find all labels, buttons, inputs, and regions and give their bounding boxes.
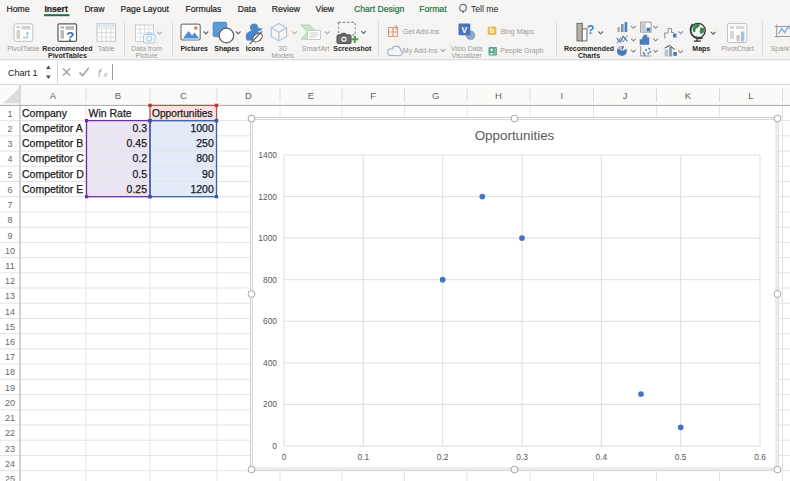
svg-text:16: 16 bbox=[5, 337, 15, 347]
svg-text:PivotTables: PivotTables bbox=[48, 52, 87, 59]
svg-text:22: 22 bbox=[5, 428, 15, 438]
svg-text:0.45: 0.45 bbox=[127, 137, 148, 149]
svg-text:11: 11 bbox=[5, 261, 14, 271]
svg-text:2: 2 bbox=[7, 124, 12, 134]
svg-text:My Add-ins: My Add-ins bbox=[403, 47, 438, 55]
svg-text:Competitor C: Competitor C bbox=[22, 152, 84, 164]
svg-text:21: 21 bbox=[5, 413, 15, 423]
svg-text:Competitor B: Competitor B bbox=[22, 137, 83, 149]
svg-text:800: 800 bbox=[263, 275, 277, 285]
svg-text:Visualizer: Visualizer bbox=[451, 52, 482, 59]
svg-text:H: H bbox=[495, 90, 502, 101]
svg-text:Formulas: Formulas bbox=[186, 4, 222, 14]
svg-text:Sparkl: Sparkl bbox=[771, 45, 790, 53]
svg-text:G: G bbox=[432, 90, 439, 101]
svg-text:Chart 1: Chart 1 bbox=[8, 68, 38, 78]
svg-text:Draw: Draw bbox=[84, 4, 105, 14]
svg-text:1: 1 bbox=[7, 109, 12, 119]
svg-text:250: 250 bbox=[196, 137, 214, 149]
svg-text:SmartArt: SmartArt bbox=[302, 45, 330, 52]
svg-text:0.4: 0.4 bbox=[595, 452, 607, 462]
svg-text:Table: Table bbox=[98, 45, 115, 52]
svg-text:Opportunities: Opportunities bbox=[152, 108, 213, 119]
svg-text:1400: 1400 bbox=[258, 150, 277, 160]
svg-text:Picture: Picture bbox=[136, 52, 158, 59]
svg-text:View: View bbox=[316, 4, 335, 14]
svg-text:E: E bbox=[308, 90, 314, 101]
svg-text:1000: 1000 bbox=[258, 233, 277, 243]
svg-text:25: 25 bbox=[5, 474, 15, 481]
svg-text:0.5: 0.5 bbox=[675, 452, 687, 462]
svg-text:Bing Maps: Bing Maps bbox=[501, 28, 535, 36]
svg-text:3: 3 bbox=[7, 139, 12, 149]
svg-text:400: 400 bbox=[263, 358, 277, 368]
svg-text:0.2: 0.2 bbox=[437, 452, 449, 462]
svg-text:b: b bbox=[490, 26, 495, 35]
svg-text:Competitor A: Competitor A bbox=[22, 122, 83, 134]
svg-text:0.6: 0.6 bbox=[754, 452, 766, 462]
svg-text:PivotChart: PivotChart bbox=[721, 45, 754, 52]
svg-text:10: 10 bbox=[5, 246, 15, 256]
svg-text:Models: Models bbox=[272, 52, 295, 59]
svg-text:Tell me: Tell me bbox=[471, 4, 498, 14]
svg-text:Competitor E: Competitor E bbox=[22, 183, 83, 195]
svg-text:18: 18 bbox=[5, 367, 15, 377]
svg-text:People Graph: People Graph bbox=[500, 47, 543, 55]
svg-text:0: 0 bbox=[282, 452, 287, 462]
svg-text:24: 24 bbox=[5, 459, 15, 469]
svg-text:0.3: 0.3 bbox=[516, 452, 528, 462]
svg-text:Chart Design: Chart Design bbox=[354, 4, 404, 14]
svg-text:L: L bbox=[748, 90, 753, 101]
svg-text:Win Rate: Win Rate bbox=[89, 107, 132, 119]
svg-text:PivotTable: PivotTable bbox=[7, 45, 39, 52]
svg-text:0.2: 0.2 bbox=[132, 152, 147, 164]
svg-text:200: 200 bbox=[263, 399, 277, 409]
svg-text:23: 23 bbox=[5, 444, 15, 454]
svg-text:Get Add-ins: Get Add-ins bbox=[403, 28, 440, 35]
svg-text:6: 6 bbox=[7, 185, 12, 195]
svg-text:A: A bbox=[50, 90, 57, 101]
svg-text:4: 4 bbox=[7, 154, 12, 164]
svg-text:Format: Format bbox=[419, 4, 447, 14]
svg-text:0.3: 0.3 bbox=[132, 122, 147, 134]
svg-text:15: 15 bbox=[5, 322, 15, 332]
svg-text:Shapes: Shapes bbox=[214, 45, 239, 53]
svg-text:I: I bbox=[560, 90, 563, 101]
svg-text:13: 13 bbox=[5, 291, 15, 301]
svg-text:5: 5 bbox=[7, 170, 12, 180]
svg-text:90: 90 bbox=[202, 168, 214, 180]
svg-text:Charts: Charts bbox=[578, 52, 600, 59]
svg-text:F: F bbox=[370, 90, 376, 101]
svg-text:1000: 1000 bbox=[190, 122, 214, 134]
svg-text:J: J bbox=[623, 90, 628, 101]
svg-text:K: K bbox=[685, 90, 692, 101]
svg-text:600: 600 bbox=[263, 316, 277, 326]
svg-text:Review: Review bbox=[272, 4, 301, 14]
svg-text:1200: 1200 bbox=[190, 183, 214, 195]
svg-text:0.25: 0.25 bbox=[127, 183, 148, 195]
svg-text:Competitor D: Competitor D bbox=[22, 168, 84, 180]
svg-text:0: 0 bbox=[272, 441, 277, 451]
svg-text:0.1: 0.1 bbox=[357, 452, 369, 462]
svg-text:Insert: Insert bbox=[44, 4, 68, 14]
svg-text:?: ? bbox=[66, 29, 74, 44]
svg-text:V: V bbox=[462, 25, 468, 35]
svg-text:B: B bbox=[115, 90, 121, 101]
svg-text:Screenshot: Screenshot bbox=[333, 45, 372, 52]
svg-text:7: 7 bbox=[7, 200, 12, 210]
svg-text:C: C bbox=[180, 90, 187, 101]
svg-text:Data: Data bbox=[238, 4, 256, 14]
svg-text:Home: Home bbox=[7, 4, 30, 14]
svg-text:Maps: Maps bbox=[692, 45, 710, 53]
svg-text:9: 9 bbox=[7, 231, 12, 241]
svg-text:Opportunities: Opportunities bbox=[475, 128, 555, 143]
svg-text:800: 800 bbox=[196, 152, 214, 164]
svg-text:?: ? bbox=[587, 23, 595, 37]
svg-text:Icons: Icons bbox=[246, 45, 264, 52]
svg-text:Pictures: Pictures bbox=[180, 45, 208, 52]
svg-text:19: 19 bbox=[5, 383, 15, 393]
svg-text:Company: Company bbox=[22, 107, 68, 119]
svg-text:20: 20 bbox=[5, 398, 15, 408]
svg-text:1200: 1200 bbox=[258, 192, 277, 202]
svg-text:17: 17 bbox=[5, 352, 15, 362]
